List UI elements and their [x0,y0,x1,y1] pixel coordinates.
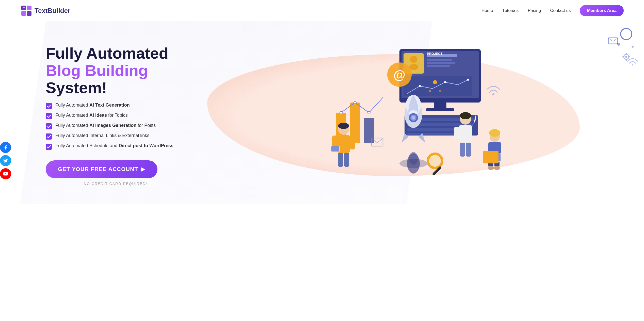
svg-rect-72 [460,143,465,157]
svg-point-21 [632,64,633,65]
svg-rect-14 [608,38,618,44]
feature-item-1: Fully Automated AI Text Generation [46,103,185,109]
stool [483,151,498,163]
hero-title-line2: Blog Building [46,62,148,79]
feature-text-2: Fully Automated AI Ideas for Topics [55,113,128,118]
svg-rect-71 [454,127,459,139]
facebook-button[interactable] [0,142,11,153]
svg-point-34 [444,81,446,83]
svg-rect-73 [466,143,471,157]
svg-point-88 [433,80,437,84]
nav-home[interactable]: Home [481,8,493,13]
nav-pricing[interactable]: Pricing [528,8,541,13]
svg-rect-70 [459,125,472,143]
svg-point-46 [340,111,342,114]
cta-arrow: ▶ [141,166,145,173]
svg-point-11 [621,28,632,40]
members-area-button[interactable]: Members Area [580,5,624,16]
svg-rect-8 [46,123,52,129]
check-icon-2 [46,113,52,119]
svg-rect-2 [27,6,31,10]
svg-rect-29 [427,62,455,64]
svg-text:T: T [23,6,25,10]
nav-tutorials[interactable]: Tutorials [502,8,519,13]
svg-point-25 [410,56,417,63]
svg-rect-4 [27,11,31,16]
feature-text-3: Fully Automated AI Images Generation for… [55,123,156,128]
svg-point-85 [429,155,441,166]
svg-rect-66 [338,153,343,167]
twitter-button[interactable] [0,155,11,166]
svg-point-89 [429,90,431,92]
svg-point-75 [489,129,500,137]
logo-text: TextBuilder [35,7,70,15]
social-sidebar [0,142,11,179]
logo[interactable]: T TextBuilder [20,5,70,17]
youtube-button[interactable] [0,168,11,179]
deco-icons [583,24,639,80]
feature-text-1: Fully Automated AI Text Generation [55,103,130,108]
feature-item-2: Fully Automated AI Ideas for Topics [46,113,185,119]
svg-point-57 [412,116,415,120]
svg-text:PROJECT: PROJECT [427,52,442,56]
svg-rect-20 [628,56,630,57]
svg-rect-9 [46,133,52,140]
svg-point-58 [399,159,427,168]
feature-text-4: Fully Automated Internal Links & Externa… [55,133,149,138]
svg-point-16 [625,56,627,58]
main-illustration: PROJECT [305,42,504,189]
svg-rect-37 [426,108,454,111]
svg-point-13 [632,46,634,48]
svg-text:@: @ [394,68,406,82]
svg-rect-18 [626,59,627,61]
svg-point-87 [492,93,494,95]
svg-point-90 [439,90,441,92]
hero-section: Fully Automated Blog Building System! Fu… [0,21,644,204]
hero-content: Fully Automated Blog Building System! Fu… [46,45,185,186]
svg-point-26 [409,64,418,70]
svg-point-60 [338,123,349,129]
svg-rect-7 [46,113,52,119]
svg-point-69 [460,112,471,119]
hero-title-line3: System! [46,79,107,96]
svg-point-47 [354,101,356,104]
hero-title: Fully Automated Blog Building System! [46,45,185,97]
check-icon-5 [46,144,52,150]
svg-rect-6 [46,103,52,109]
check-icon-4 [46,133,52,140]
svg-rect-30 [427,65,450,67]
logo-icon: T [20,5,33,17]
svg-rect-28 [427,59,452,61]
svg-rect-3 [21,11,26,16]
no-credit-text: NO CREDIT CARD REQUIRED! [46,182,185,186]
hero-illustration: PROJECT [185,39,624,191]
feature-item-3: Fully Automated AI Images Generation for… [46,123,185,129]
svg-rect-10 [46,144,52,150]
navbar: T TextBuilder Home Tutorials Pricing Con… [0,0,644,21]
hero-features-list: Fully Automated AI Text Generation Fully… [46,103,185,150]
cta-button[interactable]: GET YOUR FREE ACCOUNT ▶ [46,160,157,178]
svg-rect-36 [434,103,446,109]
svg-point-80 [494,166,500,170]
svg-rect-67 [344,153,349,167]
check-icon-3 [46,123,52,129]
svg-rect-63 [350,136,355,149]
feature-item-4: Fully Automated Internal Links & Externa… [46,133,185,140]
svg-point-48 [368,111,370,114]
svg-point-79 [488,166,494,170]
feature-text-5: Fully Automated Schedule and Direct post… [55,143,173,148]
svg-rect-17 [626,53,627,55]
cta-label: GET YOUR FREE ACCOUNT [58,166,138,173]
svg-point-35 [467,79,469,81]
svg-rect-19 [622,56,624,57]
nav-links: Home Tutorials Pricing Contact us Member… [481,5,624,16]
hero-title-line1: Fully Automated [46,44,168,62]
feature-item-5: Fully Automated Schedule and Direct post… [46,143,185,150]
svg-rect-65 [331,146,339,151]
svg-point-33 [419,85,421,87]
check-icon-1 [46,103,52,109]
nav-contact[interactable]: Contact us [550,8,571,13]
